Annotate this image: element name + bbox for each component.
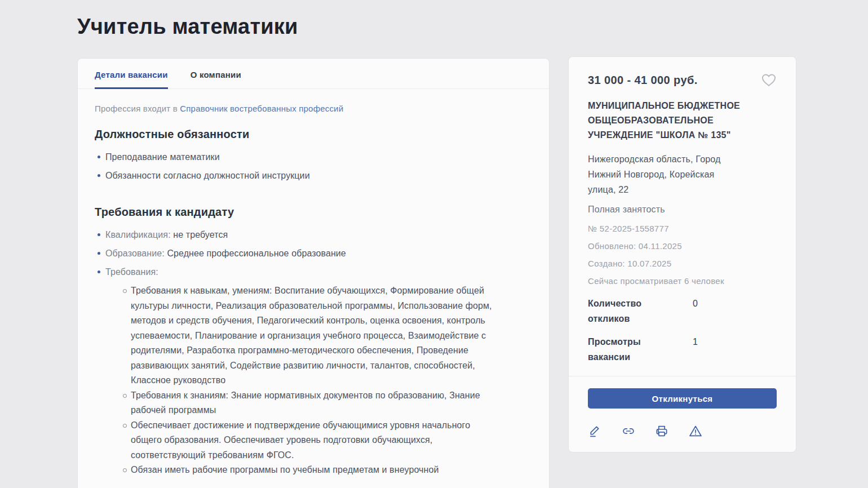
list-item: Требования:	[95, 265, 501, 280]
vacancy-number: № 52-2025-1558777	[588, 223, 777, 234]
duties-list: Преподавание математики Обязанности согл…	[95, 150, 501, 183]
views-label: Просмотры вакансии	[588, 334, 672, 365]
duties-heading: Должностные обязанности	[95, 128, 501, 141]
vacancy-stats: Количество откликов 0 Просмотры вакансии…	[588, 296, 777, 365]
edit-icon[interactable]	[588, 424, 603, 438]
copy-link-icon[interactable]	[621, 424, 636, 438]
list-item: Преподавание математики	[95, 150, 501, 165]
vacancy-page: Учитель математики Детали вакансии О ком…	[0, 0, 868, 488]
vacancy-details-card: Детали вакансии О компании Профессия вхо…	[77, 58, 550, 488]
responses-stat: Количество откликов 0	[588, 296, 777, 326]
list-item: Образование: Среднее профессиональное об…	[95, 246, 501, 261]
education-value: Среднее профессиональное образование	[167, 249, 346, 258]
education-label: Образование:	[105, 249, 165, 258]
responses-label: Количество откликов	[588, 296, 672, 326]
favorite-heart-icon[interactable]	[761, 73, 777, 87]
views-stat: Просмотры вакансии 1	[588, 334, 777, 365]
in-demand-professions-link[interactable]: Справочник востребованных профессий	[180, 104, 343, 113]
salary-row: 31 000 - 41 000 руб.	[588, 74, 777, 87]
profession-note: Профессия входит в Справочник востребова…	[95, 104, 501, 113]
card-divider	[569, 376, 796, 376]
tab-about-company[interactable]: О компании	[191, 59, 241, 89]
employment-type: Полная занятость	[588, 205, 777, 215]
salary: 31 000 - 41 000 руб.	[588, 74, 698, 87]
created-date: Создано: 10.07.2025	[588, 258, 777, 269]
requirements-sub-list: Требования к навыкам, умениям: Воспитани…	[123, 283, 501, 478]
list-item: Квалификация: не требуется	[95, 228, 501, 242]
list-item: Требования к знаниям: Знание нормативных…	[123, 388, 501, 418]
requirements-label: Требования:	[105, 267, 158, 277]
qualification-value: не требуется	[173, 230, 228, 239]
list-item: Обеспечивает достижение и подтверждение …	[123, 418, 501, 463]
vacancy-summary-card: 31 000 - 41 000 руб. МУНИЦИПАЛЬНОЕ БЮДЖЕ…	[568, 56, 796, 452]
requirements-list: Квалификация: не требуется Образование: …	[95, 228, 501, 280]
vacancy-details-content: Профессия входит в Справочник востребова…	[78, 89, 517, 488]
current-viewers: Сейчас просматривает 6 человек	[588, 276, 777, 287]
profession-note-prefix: Профессия входит в	[95, 104, 178, 113]
views-value: 1	[693, 334, 698, 365]
responses-value: 0	[693, 296, 698, 326]
tabbar: Детали вакансии О компании	[78, 59, 549, 89]
list-item: Обязан иметь рабочие программы по учебны…	[123, 463, 501, 478]
report-warning-icon[interactable]	[688, 424, 703, 438]
tab-vacancy-details[interactable]: Детали вакансии	[95, 59, 168, 89]
company-name: МУНИЦИПАЛЬНОЕ БЮДЖЕТНОЕ ОБЩЕОБРАЗОВАТЕЛЬ…	[588, 99, 764, 143]
requirements-heading: Требования к кандидату	[95, 206, 501, 219]
action-icons-row	[588, 424, 777, 440]
qualification-label: Квалификация:	[105, 230, 171, 239]
page-title: Учитель математики	[77, 15, 298, 39]
list-item: Требования к навыкам, умениям: Воспитани…	[123, 283, 501, 388]
company-address: Нижегородская область, Город Нижний Новг…	[588, 152, 737, 197]
list-item: Обязанности согласно должностной инструк…	[95, 168, 501, 183]
vacancy-meta: № 52-2025-1558777 Обновлено: 04.11.2025 …	[588, 223, 777, 287]
print-icon[interactable]	[654, 424, 669, 438]
apply-button[interactable]: Откликнуться	[588, 388, 777, 409]
updated-date: Обновлено: 04.11.2025	[588, 241, 777, 252]
